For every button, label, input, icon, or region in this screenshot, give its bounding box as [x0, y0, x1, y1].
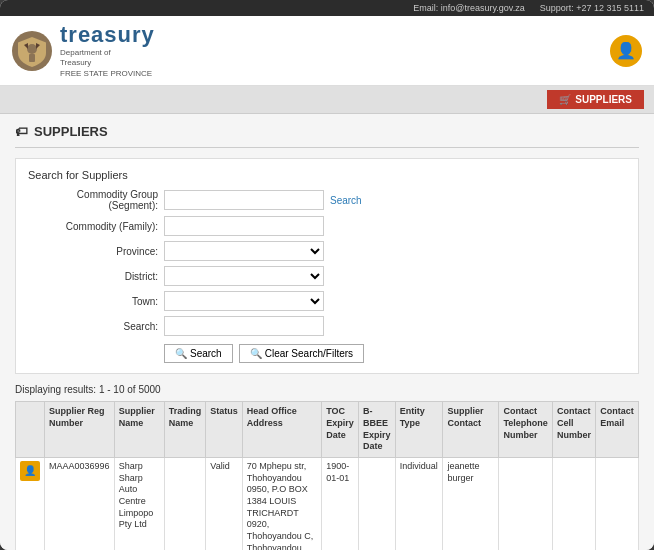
search-icon: 🔍	[175, 348, 187, 359]
suppliers-nav-button[interactable]: 🛒 SUPPLIERS	[547, 90, 644, 109]
col-trading-name: Trading Name	[164, 402, 206, 458]
commodity-family-row: Commodity (Family):	[28, 216, 626, 236]
commodity-family-input[interactable]	[164, 216, 324, 236]
page-title: 🏷 SUPPLIERS	[15, 124, 639, 139]
cell-reg-number: MAAA0036996	[45, 457, 115, 550]
results-table: Supplier Reg Number Supplier Name Tradin…	[15, 401, 639, 550]
table-row: 👤 MAAA0036996 Sharp Sharp Auto Centre Li…	[16, 457, 639, 550]
col-reg-number: Supplier Reg Number	[45, 402, 115, 458]
user-avatar[interactable]: 👤	[610, 35, 642, 67]
cell-status: Valid	[206, 457, 243, 550]
svg-rect-1	[29, 54, 35, 62]
col-status: Status	[206, 402, 243, 458]
logo-area: treasury Department of Treasury FREE STA…	[12, 22, 155, 79]
clear-icon: 🔍	[250, 348, 262, 359]
cell-cell	[553, 457, 596, 550]
province-row: Province:	[28, 241, 626, 261]
svg-point-0	[27, 44, 37, 54]
top-bar: Email: info@treasury.gov.za Support: +27…	[0, 0, 654, 16]
province-select[interactable]	[164, 241, 324, 261]
search-button[interactable]: 🔍 Search	[164, 344, 233, 363]
search-panel-title: Search for Suppliers	[28, 169, 626, 181]
province-label: Province:	[28, 246, 158, 257]
suppliers-icon: 🛒	[559, 94, 571, 105]
cell-address: 70 Mphepu str, Thohoyandou 0950, P.O BOX…	[242, 457, 321, 550]
site-title: treasury	[60, 22, 155, 48]
cell-telephone	[499, 457, 553, 550]
commodity-search-link[interactable]: Search	[330, 195, 362, 206]
search-row: Search:	[28, 316, 626, 336]
site-subtitle: Department of Treasury FREE STATE PROVIN…	[60, 48, 155, 79]
col-email: Contact Email	[596, 402, 639, 458]
search-input[interactable]	[164, 316, 324, 336]
results-info: Displaying results: 1 - 10 of 5000	[15, 384, 639, 395]
cell-toc-expiry: 1900-01-01	[322, 457, 359, 550]
row-icon-cell: 👤	[16, 457, 45, 550]
commodity-group-input[interactable]	[164, 190, 324, 210]
content-area: 🏷 SUPPLIERS Search for Suppliers Commodi…	[0, 114, 654, 550]
town-label: Town:	[28, 296, 158, 307]
commodity-family-label: Commodity (Family):	[28, 221, 158, 232]
cell-email	[596, 457, 639, 550]
col-telephone: Contact Telephone Number	[499, 402, 553, 458]
cell-trading-name	[164, 457, 206, 550]
district-select[interactable]	[164, 266, 324, 286]
header-text: treasury Department of Treasury FREE STA…	[60, 22, 155, 79]
col-bbbee-expiry: B-BBEE Expiry Date	[358, 402, 395, 458]
col-icon	[16, 402, 45, 458]
search-label: Search:	[28, 321, 158, 332]
col-toc-expiry: TOC Expiry Date	[322, 402, 359, 458]
title-divider	[15, 147, 639, 148]
col-supplier-contact: Supplier Contact	[443, 402, 499, 458]
cell-bbbee-expiry	[358, 457, 395, 550]
col-supplier-name: Supplier Name	[114, 402, 164, 458]
col-address: Head Office Address	[242, 402, 321, 458]
town-row: Town:	[28, 291, 626, 311]
district-row: District:	[28, 266, 626, 286]
commodity-group-label: Commodity Group (Segment):	[28, 189, 158, 211]
results-table-wrapper: Supplier Reg Number Supplier Name Tradin…	[15, 401, 639, 550]
cell-supplier-contact: jeanette burger	[443, 457, 499, 550]
col-cell: Contact Cell Number	[553, 402, 596, 458]
col-entity-type: Entity Type	[395, 402, 443, 458]
nav-bar: 🛒 SUPPLIERS	[0, 86, 654, 114]
email-info: Email: info@treasury.gov.za	[413, 3, 524, 13]
supplier-icon: 👤	[20, 461, 40, 481]
cell-supplier-name: Sharp Sharp Auto Centre Limpopo Pty Ltd	[114, 457, 164, 550]
district-label: District:	[28, 271, 158, 282]
title-icon: 🏷	[15, 124, 28, 139]
main-window: Email: info@treasury.gov.za Support: +27…	[0, 0, 654, 550]
logo-badge	[12, 31, 52, 71]
search-panel: Search for Suppliers Commodity Group (Se…	[15, 158, 639, 374]
button-row: 🔍 Search 🔍 Clear Search/Filters	[28, 344, 626, 363]
support-info: Support: +27 12 315 5111	[540, 3, 644, 13]
clear-button[interactable]: 🔍 Clear Search/Filters	[239, 344, 364, 363]
cell-entity-type: Individual	[395, 457, 443, 550]
town-select[interactable]	[164, 291, 324, 311]
header: treasury Department of Treasury FREE STA…	[0, 16, 654, 86]
table-header-row: Supplier Reg Number Supplier Name Tradin…	[16, 402, 639, 458]
commodity-group-row: Commodity Group (Segment): Search	[28, 189, 626, 211]
